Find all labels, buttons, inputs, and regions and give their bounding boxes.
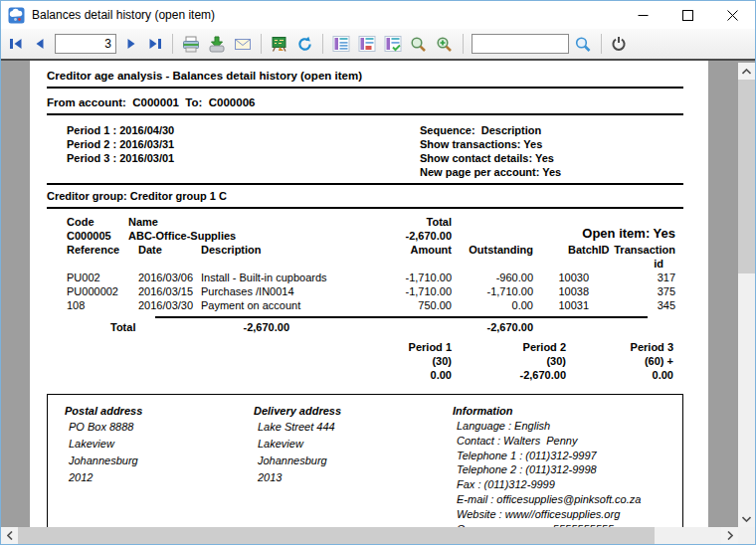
design-icon xyxy=(271,36,288,53)
aging-period3-bucket: (60) + xyxy=(47,354,673,368)
search-icon xyxy=(574,36,592,53)
transaction-row: PU002 2016/03/06 Install - Built-in cupb… xyxy=(47,271,683,284)
rule xyxy=(47,87,683,89)
next-page-button[interactable] xyxy=(120,31,142,57)
period-line: Period 3 : 2016/03/01 xyxy=(67,151,174,165)
last-page-icon xyxy=(147,36,163,52)
minimize-button[interactable] xyxy=(621,1,665,29)
scroll-down-button[interactable] xyxy=(738,510,755,527)
chevron-left-icon xyxy=(7,531,13,540)
layout-facing-button[interactable] xyxy=(381,31,405,57)
layout-single-icon xyxy=(358,36,376,52)
column-header-row2: id xyxy=(47,257,683,271)
delivery-address-block: Delivery address Lake Street 444Lakeview… xyxy=(254,403,341,486)
aging-name-row: Period 1 Period 2 Period 3 xyxy=(47,340,683,354)
first-page-icon xyxy=(8,36,24,52)
scroll-left-button[interactable] xyxy=(1,527,18,544)
search-input[interactable] xyxy=(472,34,569,54)
chevron-down-icon xyxy=(742,516,751,522)
information-line: Language : English xyxy=(453,419,641,434)
rule xyxy=(47,113,683,115)
report-page: Creditor age analysis - Balances detail … xyxy=(30,61,708,527)
vertical-scroll-thumb[interactable] xyxy=(738,80,755,273)
aging-bucket-row: (30) (30) (60) + xyxy=(47,354,683,368)
information-heading: Information xyxy=(453,403,641,419)
zoom-in-button[interactable] xyxy=(433,31,457,57)
delivery-address-line: Lakeview xyxy=(254,436,341,453)
layout-continuous-button[interactable] xyxy=(329,31,353,57)
creditor-group-line: Creditor group: Creditor group 1 C xyxy=(47,190,683,203)
layout-single-button[interactable] xyxy=(355,31,379,57)
scrollbar-corner xyxy=(738,527,755,544)
toolbar-separator xyxy=(261,34,262,54)
account-value-row: C000005 ABC-Office-Supplies -2,670.00 Op… xyxy=(47,229,683,243)
previous-page-button[interactable] xyxy=(29,31,51,57)
postal-address-line: Johannesburg xyxy=(65,453,142,469)
layout-continuous-icon xyxy=(332,36,350,52)
toolbar-separator xyxy=(172,34,173,54)
period-line: Period 1 : 2016/04/30 xyxy=(67,123,174,137)
next-page-icon xyxy=(123,36,139,52)
page-number-input[interactable] xyxy=(55,34,116,54)
account-range: From account: C000001 To: C000006 xyxy=(47,95,683,109)
zoom-in-icon xyxy=(436,36,454,53)
refresh-button[interactable] xyxy=(293,31,316,57)
titlebar: Balances detail history (open item) xyxy=(1,1,755,29)
search-button[interactable] xyxy=(571,31,595,57)
close-icon xyxy=(727,10,738,21)
horizontal-scrollbar[interactable] xyxy=(1,527,738,544)
vertical-scrollbar[interactable] xyxy=(738,63,755,527)
email-icon xyxy=(234,36,252,52)
postal-address-line: Lakeview xyxy=(65,436,142,453)
export-icon xyxy=(208,36,226,53)
delivery-address-line: Lake Street 444 xyxy=(254,419,341,436)
last-page-button[interactable] xyxy=(144,31,166,57)
postal-address-heading: Postal address xyxy=(65,403,142,419)
email-button[interactable] xyxy=(231,31,255,57)
maximize-icon xyxy=(682,10,693,21)
information-line: Telephone 1 : (011)312-9997 xyxy=(453,449,641,463)
total-outstanding: -2,670.00 xyxy=(47,320,533,334)
maximize-button[interactable] xyxy=(665,1,710,29)
zoom-out-icon xyxy=(410,36,428,53)
report-preview-window: Balances detail history (open item) xyxy=(0,0,756,545)
cell-transaction: 317 xyxy=(47,271,675,284)
information-line: E-mail : officesupplies@pinksoft.co.za xyxy=(453,492,641,507)
exit-button[interactable] xyxy=(608,31,630,57)
open-item-flag: Open item: Yes xyxy=(47,227,675,241)
print-button[interactable] xyxy=(179,31,203,57)
window-title: Balances detail history (open item) xyxy=(32,8,621,22)
transaction-row: PU000002 2016/03/15 Purchases /IN0014 -1… xyxy=(47,284,683,298)
information-line: Contact : Walters Penny xyxy=(453,434,641,449)
first-page-button[interactable] xyxy=(5,31,27,57)
close-button[interactable] xyxy=(710,1,755,29)
zoom-out-button[interactable] xyxy=(407,31,431,57)
previous-page-icon xyxy=(32,36,48,52)
report-title: Creditor age analysis - Balances detail … xyxy=(47,69,683,83)
information-line: Telephone 2 : (011)312-9998 xyxy=(453,462,641,477)
horizontal-scroll-thumb[interactable] xyxy=(18,527,655,544)
option-line: Show contact details: Yes xyxy=(420,151,561,165)
aging-value-row: 0.00 -2,670.00 0.00 xyxy=(47,368,683,382)
refresh-icon xyxy=(296,36,313,53)
delivery-address-line: 2013 xyxy=(254,469,341,486)
scroll-right-button[interactable] xyxy=(721,527,738,544)
information-block: Information Language : EnglishContact : … xyxy=(453,403,641,527)
aging-period3-name: Period 3 xyxy=(47,340,673,354)
chevron-up-icon xyxy=(742,69,751,75)
delivery-address-line: Johannesburg xyxy=(254,453,341,469)
chevron-right-icon xyxy=(727,531,733,540)
postal-address-line: PO Box 8888 xyxy=(65,419,142,436)
toolbar-separator xyxy=(463,34,464,54)
scroll-up-button[interactable] xyxy=(738,63,755,80)
aging-period3-value: 0.00 xyxy=(47,368,673,382)
col-transaction: Transaction xyxy=(47,243,675,257)
power-icon xyxy=(611,36,627,52)
preview-area: Creditor age analysis - Balances detail … xyxy=(1,59,755,544)
information-line: Fax : (011)312-9999 xyxy=(453,477,641,492)
design-button[interactable] xyxy=(268,31,291,57)
cell-transaction: 375 xyxy=(47,284,675,298)
export-button[interactable] xyxy=(205,31,229,57)
transaction-row: 108 2016/03/30 Payment on account 750.00… xyxy=(47,298,683,312)
rule xyxy=(47,183,683,185)
